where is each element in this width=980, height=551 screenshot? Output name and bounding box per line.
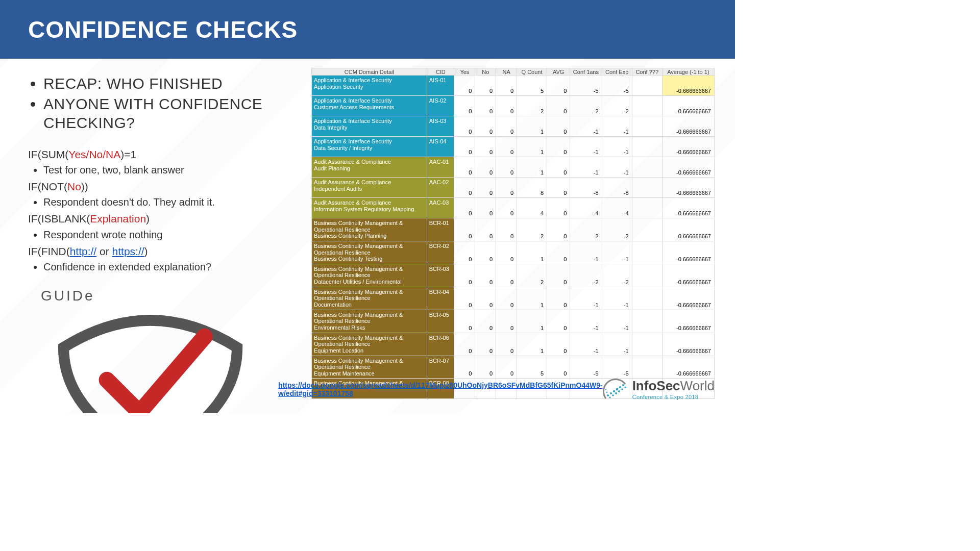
cell-cid: AAC-03 [427, 198, 454, 218]
formula-isblank: IF(ISBLANK(Explanation) [28, 211, 301, 226]
cell-avg: 0 [547, 218, 570, 241]
cell-confexp: -1 [602, 241, 632, 264]
cell-confq [632, 178, 662, 198]
cell-avg: 0 [547, 287, 570, 310]
table-row: Application & Interface SecurityApplicat… [312, 76, 715, 96]
cell-no: 0 [475, 241, 496, 264]
cell-confq [632, 218, 662, 241]
hdr-no: No [475, 68, 496, 76]
f4-or: or [96, 245, 112, 257]
cell-na: 0 [496, 157, 517, 178]
cell-confexp: -8 [602, 178, 632, 198]
spreadsheet-link[interactable]: https://docs.google.com/spreadsheets/d/1… [278, 381, 603, 397]
cell-no: 0 [475, 157, 496, 178]
cell-yes: 0 [454, 76, 475, 96]
cell-no: 0 [475, 178, 496, 198]
cell-confexp: -2 [602, 264, 632, 287]
cell-qcount: 1 [517, 116, 547, 137]
cell-confexp: -1 [602, 287, 632, 310]
cell-conf1: -1 [570, 287, 602, 310]
cell-avg2: -0.666666667 [662, 96, 714, 116]
svg-point-2 [612, 390, 615, 392]
cell-na: 0 [496, 137, 517, 157]
f4-link2[interactable]: https:// [112, 245, 144, 257]
f1-mid: Yes/No/NA [68, 148, 120, 160]
f4-link1[interactable]: http:// [70, 245, 97, 257]
cell-no: 0 [475, 264, 496, 287]
slide-title: CONFIDENCE CHECKS [28, 16, 298, 43]
table-row: Business Continuity Management & Operati… [312, 218, 715, 241]
title-bar: CONFIDENCE CHECKS [0, 0, 735, 59]
cell-avg: 0 [547, 116, 570, 137]
cell-confexp: -2 [602, 218, 632, 241]
cell-avg: 0 [547, 96, 570, 116]
cell-domain: Business Continuity Management & Operati… [312, 241, 427, 264]
cell-confq [632, 157, 662, 178]
cell-qcount: 1 [517, 287, 547, 310]
f3-post: ) [146, 213, 150, 224]
spreadsheet: CCM Domain Detail CID Yes No NA Q Count … [311, 68, 715, 399]
cell-qcount: 2 [517, 218, 547, 241]
cell-confq [632, 333, 662, 356]
cell-avg: 0 [547, 198, 570, 218]
cell-avg2: -0.666666667 [662, 178, 714, 198]
cell-confexp: -1 [602, 137, 632, 157]
cell-cid: AIS-04 [427, 137, 454, 157]
svg-point-6 [609, 396, 610, 398]
cell-qcount: 1 [517, 157, 547, 178]
globe-dots-icon [603, 378, 627, 400]
cell-domain: Business Continuity Management & Operati… [312, 218, 427, 241]
hdr-qcount: Q Count [517, 68, 547, 76]
cell-conf1: -1 [570, 333, 602, 356]
cell-confq [632, 287, 662, 310]
table-row: Business Continuity Management & Operati… [312, 310, 715, 333]
cell-conf1: -4 [570, 198, 602, 218]
f4-note: Confidence in extended explanation? [43, 260, 301, 274]
cell-avg2: -0.666666667 [662, 137, 714, 157]
cell-yes: 0 [454, 157, 475, 178]
svg-point-9 [618, 390, 620, 392]
cell-confq [632, 198, 662, 218]
cell-confq [632, 241, 662, 264]
cell-domain: Business Continuity Management & Operati… [312, 287, 427, 310]
svg-point-13 [605, 388, 606, 389]
cell-qcount: 1 [517, 310, 547, 333]
cell-confq [632, 310, 662, 333]
cell-na: 0 [496, 287, 517, 310]
cell-confexp: -1 [602, 116, 632, 137]
cell-avg2: -0.666666667 [662, 157, 714, 178]
f3-mid: Explanation [90, 213, 146, 224]
f1-post: )=1 [120, 148, 136, 160]
gh-text-1: GUIDe [41, 288, 95, 304]
cell-no: 0 [475, 137, 496, 157]
table-row: Audit Assurance & ComplianceIndependent … [312, 178, 715, 198]
isw-bold: InfoSec [632, 378, 680, 393]
sheet-body: Application & Interface SecurityApplicat… [312, 76, 715, 399]
f3-pre: IF(ISBLANK( [28, 213, 90, 224]
cell-domain: Application & Interface SecurityCustomer… [312, 96, 427, 116]
cell-na: 0 [496, 178, 517, 198]
cell-conf1: -1 [570, 116, 602, 137]
cell-qcount: 1 [517, 241, 547, 264]
cell-confq [632, 96, 662, 116]
cell-cid: AAC-01 [427, 157, 454, 178]
cell-na: 0 [496, 310, 517, 333]
bullet-anyone: ANYONE WITH CONFIDENCE CHECKING? [43, 94, 301, 133]
cell-yes: 0 [454, 198, 475, 218]
svg-point-4 [619, 386, 621, 388]
hdr-domain: CCM Domain Detail [312, 68, 427, 76]
cell-cid: BCR-01 [427, 218, 454, 241]
cell-avg2: -0.666666667 [662, 310, 714, 333]
cell-yes: 0 [454, 96, 475, 116]
cell-no: 0 [475, 310, 496, 333]
svg-point-0 [607, 394, 609, 396]
cell-na: 0 [496, 198, 517, 218]
f2-mid: No [67, 181, 81, 192]
cell-conf1: -5 [570, 76, 602, 96]
cell-conf1: -2 [570, 96, 602, 116]
cell-avg: 0 [547, 241, 570, 264]
cell-avg2: -0.666666667 [662, 264, 714, 287]
hdr-conf1: Conf 1ans [570, 68, 602, 76]
right-column: CCM Domain Detail CID Yes No NA Q Count … [306, 59, 735, 399]
hdr-confq: Conf ??? [632, 68, 662, 76]
